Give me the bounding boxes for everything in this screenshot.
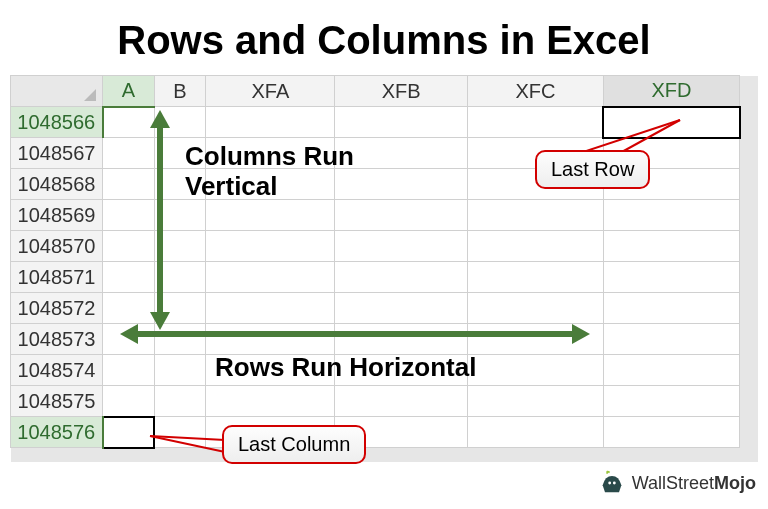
row-header[interactable]: 1048569 [11, 200, 103, 231]
last-row-callout: Last Row [535, 150, 650, 189]
logo-text-wallstreet: WallStreet [632, 473, 714, 493]
column-header-XFB[interactable]: XFB [335, 76, 468, 107]
row-header[interactable]: 1048573 [11, 324, 103, 355]
row-header[interactable]: 1048570 [11, 231, 103, 262]
row-header-last[interactable]: 1048576 [11, 417, 103, 448]
row-header[interactable]: 1048575 [11, 386, 103, 417]
row-header[interactable]: 1048571 [11, 262, 103, 293]
select-all-corner[interactable] [11, 76, 103, 107]
row-header[interactable]: 1048572 [11, 293, 103, 324]
svg-point-11 [613, 482, 616, 485]
rows-horizontal-label: Rows Run Horizontal [215, 352, 476, 383]
svg-marker-1 [150, 110, 170, 128]
page-title: Rows and Columns in Excel [0, 0, 768, 71]
column-header-XFD[interactable]: XFD [603, 76, 739, 107]
column-header-XFA[interactable]: XFA [206, 76, 335, 107]
sheet-edge-bottom [11, 448, 758, 462]
vertical-arrow-icon [148, 110, 172, 330]
svg-marker-5 [572, 324, 590, 344]
column-header-B[interactable]: B [154, 76, 206, 107]
row-header[interactable]: 1048574 [11, 355, 103, 386]
logo-text-mojo: Mojo [714, 473, 756, 493]
mascot-icon [598, 469, 626, 497]
row-header[interactable]: 1048566 [11, 107, 103, 138]
horizontal-arrow-icon [120, 322, 590, 346]
svg-marker-4 [120, 324, 138, 344]
column-header-row: A B XFA XFB XFC XFD [11, 76, 758, 107]
brand-logo: WallStreetMojo [598, 469, 756, 497]
row-header[interactable]: 1048567 [11, 138, 103, 169]
column-header-A[interactable]: A [103, 76, 155, 107]
column-header-XFC[interactable]: XFC [467, 76, 603, 107]
row-header[interactable]: 1048568 [11, 169, 103, 200]
last-column-callout: Last Column [222, 425, 366, 464]
svg-point-10 [608, 482, 611, 485]
sheet-edge-right [740, 76, 758, 107]
columns-vertical-label: Columns Run Vertical [185, 142, 354, 202]
